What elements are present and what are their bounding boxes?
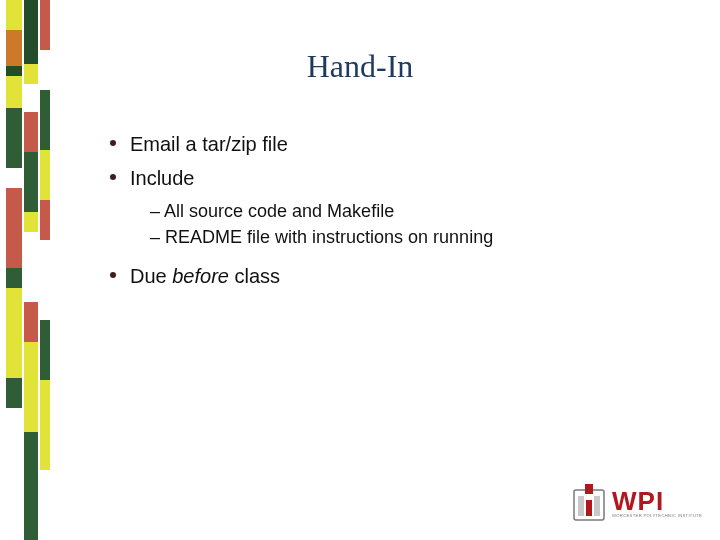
stripe-deco xyxy=(6,378,22,408)
bullet-text: Include xyxy=(130,164,195,192)
stripe-deco xyxy=(6,108,22,168)
stripe-deco xyxy=(24,342,38,432)
stripe-deco xyxy=(24,232,38,302)
stripe-deco xyxy=(40,90,50,150)
wpi-logo: WPI WORCESTER POLYTECHNIC INSTITUTE xyxy=(572,482,702,524)
wpi-logo-text-block: WPI WORCESTER POLYTECHNIC INSTITUTE xyxy=(612,489,702,518)
stripe-deco xyxy=(24,432,38,540)
wpi-logo-text: WPI xyxy=(612,489,702,513)
stripe-deco xyxy=(24,302,38,342)
stripe-deco xyxy=(6,268,22,288)
sub-bullet-text: – All source code and Makefile xyxy=(150,198,670,224)
slide-title: Hand-In xyxy=(0,48,720,85)
stripe-deco xyxy=(24,84,38,112)
bullet-item: Due before class xyxy=(110,262,670,290)
stripe-deco xyxy=(6,168,22,188)
stripe-deco xyxy=(40,240,50,320)
stripe-deco xyxy=(40,380,50,470)
bullet-dot-icon xyxy=(110,140,116,146)
bullet-dot-icon xyxy=(110,174,116,180)
svg-rect-1 xyxy=(585,484,593,494)
stripe-deco xyxy=(6,188,22,268)
stripe-deco xyxy=(6,408,22,540)
wpi-seal-icon xyxy=(572,482,606,524)
stripe-deco xyxy=(40,470,50,540)
stripe-deco xyxy=(24,112,38,152)
bullet-item: Email a tar/zip file xyxy=(110,130,670,158)
svg-rect-4 xyxy=(586,500,592,516)
stripe-deco xyxy=(40,320,50,380)
bullet-text: Due before class xyxy=(130,262,280,290)
stripe-deco xyxy=(24,212,38,232)
bullet-text-part: class xyxy=(229,265,280,287)
stripe-deco xyxy=(24,152,38,212)
bullet-item: Include xyxy=(110,164,670,192)
svg-rect-2 xyxy=(578,496,584,516)
wpi-logo-subtext: WORCESTER POLYTECHNIC INSTITUTE xyxy=(612,513,702,518)
stripe-deco xyxy=(6,0,22,30)
svg-rect-3 xyxy=(594,496,600,516)
sub-list: – All source code and Makefile – README … xyxy=(150,198,670,250)
stripe-deco xyxy=(40,150,50,200)
bullet-text-part: Due xyxy=(130,265,172,287)
stripe-deco xyxy=(6,288,22,378)
bullet-text: Email a tar/zip file xyxy=(130,130,288,158)
sub-bullet-text: – README file with instructions on runni… xyxy=(150,224,670,250)
bullet-dot-icon xyxy=(110,272,116,278)
slide-body: Email a tar/zip file Include – All sourc… xyxy=(110,130,670,296)
stripe-deco xyxy=(40,0,50,50)
bullet-text-italic: before xyxy=(172,265,229,287)
stripe-deco xyxy=(40,200,50,240)
